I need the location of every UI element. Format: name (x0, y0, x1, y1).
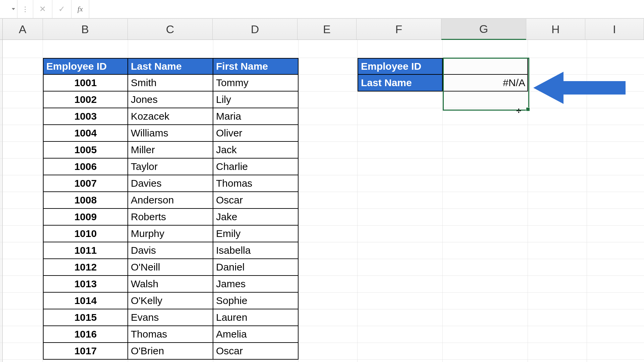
table-row-last[interactable]: Taylor (128, 159, 213, 175)
cell[interactable] (3, 276, 43, 293)
lookup-value-last[interactable]: #N/A (443, 75, 528, 92)
cell[interactable] (443, 108, 528, 125)
table-row-first[interactable]: Oscar (213, 343, 299, 360)
table-row-last[interactable]: Thomas (128, 326, 213, 343)
cell[interactable] (587, 326, 644, 343)
table-row-id[interactable]: 1010 (43, 226, 128, 242)
cell[interactable] (3, 58, 43, 75)
cell[interactable] (3, 209, 43, 226)
col-header-e[interactable]: E (298, 19, 356, 40)
cell[interactable] (528, 343, 587, 360)
table-row-first[interactable]: Emily (213, 226, 299, 242)
lookup-value-id[interactable] (443, 58, 528, 75)
table-row-id[interactable]: 1001 (43, 75, 128, 92)
cell[interactable] (587, 293, 644, 309)
cell[interactable] (3, 159, 43, 175)
cell[interactable] (128, 360, 213, 362)
cell[interactable] (528, 259, 587, 276)
table-row-id[interactable]: 1003 (43, 108, 128, 125)
cell[interactable] (358, 209, 443, 226)
table-row-id[interactable]: 1015 (43, 309, 128, 326)
table-row-last[interactable]: Jones (128, 92, 213, 108)
cell[interactable] (443, 40, 528, 58)
cell[interactable] (443, 309, 528, 326)
cell[interactable] (3, 259, 43, 276)
col-header-d[interactable]: D (213, 19, 298, 40)
cell[interactable] (43, 40, 128, 58)
table-header-last[interactable]: Last Name (128, 58, 213, 75)
table-row-first[interactable]: Daniel (213, 259, 299, 276)
cell[interactable] (299, 58, 358, 75)
cell[interactable] (299, 209, 358, 226)
more-icon[interactable]: ⋮ (17, 0, 33, 18)
table-row-first[interactable]: Tommy (213, 75, 299, 92)
cell[interactable] (3, 192, 43, 209)
col-header-g[interactable]: G (441, 19, 526, 40)
cell[interactable] (587, 142, 644, 159)
table-row-id[interactable]: 1012 (43, 259, 128, 276)
cell[interactable] (587, 192, 644, 209)
cell[interactable] (299, 40, 358, 58)
col-header-c[interactable]: C (128, 19, 213, 40)
cell[interactable] (3, 326, 43, 343)
col-header-f[interactable]: F (357, 19, 441, 40)
cell[interactable] (528, 309, 587, 326)
name-box[interactable] (0, 0, 17, 18)
cell[interactable] (443, 293, 528, 309)
cell[interactable] (528, 108, 587, 125)
table-row-id[interactable]: 1016 (43, 326, 128, 343)
cell[interactable] (299, 293, 358, 309)
table-row-last[interactable]: Smith (128, 75, 213, 92)
cell[interactable] (358, 142, 443, 159)
cell[interactable] (358, 276, 443, 293)
cell[interactable] (3, 175, 43, 192)
cell[interactable] (299, 159, 358, 175)
col-header-b[interactable]: B (43, 19, 128, 40)
cell[interactable] (358, 309, 443, 326)
cell[interactable] (213, 360, 299, 362)
table-row-first[interactable]: Lauren (213, 309, 299, 326)
table-header-id[interactable]: Employee ID (43, 58, 128, 75)
cell[interactable] (299, 259, 358, 276)
fx-button[interactable]: fx (71, 0, 89, 18)
cell[interactable] (528, 326, 587, 343)
cell[interactable] (128, 40, 213, 58)
lookup-label-id[interactable]: Employee ID (358, 58, 443, 75)
cell[interactable] (528, 125, 587, 142)
cell[interactable] (358, 242, 443, 259)
cell[interactable] (358, 125, 443, 142)
cell[interactable] (443, 142, 528, 159)
table-row-id[interactable]: 1007 (43, 175, 128, 192)
cell[interactable] (299, 343, 358, 360)
cell[interactable] (299, 192, 358, 209)
cell[interactable] (299, 142, 358, 159)
cell[interactable] (587, 259, 644, 276)
cell[interactable] (3, 108, 43, 125)
formula-input[interactable] (89, 0, 644, 18)
cell[interactable] (587, 242, 644, 259)
cell[interactable] (528, 242, 587, 259)
cell[interactable] (443, 343, 528, 360)
cell[interactable] (299, 226, 358, 242)
cell[interactable] (358, 175, 443, 192)
cell[interactable] (213, 40, 299, 58)
table-row-first[interactable]: Jack (213, 142, 299, 159)
table-row-id[interactable]: 1009 (43, 209, 128, 226)
table-row-last[interactable]: O'Kelly (128, 293, 213, 309)
col-header-a[interactable]: A (3, 19, 43, 40)
cell[interactable] (299, 276, 358, 293)
cell[interactable] (299, 125, 358, 142)
table-row-last[interactable]: Roberts (128, 209, 213, 226)
cell[interactable] (528, 159, 587, 175)
cell[interactable] (443, 159, 528, 175)
cell[interactable] (443, 326, 528, 343)
cell[interactable] (587, 108, 644, 125)
cell[interactable] (587, 360, 644, 362)
table-row-first[interactable]: Amelia (213, 326, 299, 343)
table-row-first[interactable]: Thomas (213, 175, 299, 192)
table-row-first[interactable]: Sophie (213, 293, 299, 309)
table-row-id[interactable]: 1002 (43, 92, 128, 108)
cell[interactable] (299, 242, 358, 259)
cell[interactable] (299, 175, 358, 192)
table-row-last[interactable]: Murphy (128, 226, 213, 242)
